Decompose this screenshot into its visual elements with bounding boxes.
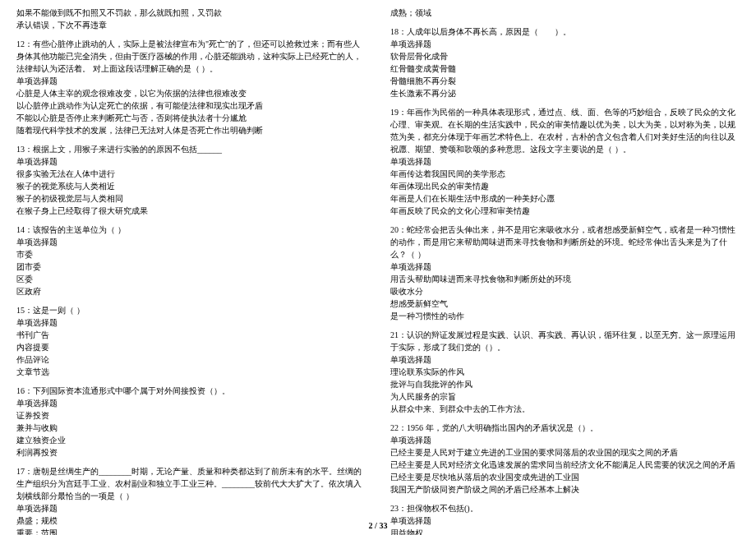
option-text: 为人民服务的宗旨: [390, 390, 740, 403]
option-text: 作品评论: [16, 353, 366, 366]
option-text: 年画传达着我国民间的美学形态: [390, 168, 740, 180]
question-12: 12：有些心脏停止跳动的人，实际上是被法律宣布为"死亡"的了，但还可以抢救过来；…: [16, 38, 366, 136]
option-text: 以心脏停止跳动作为认定死亡的依据，有可能使法律和现实出现矛盾: [16, 99, 366, 112]
left-column: 如果不能做到既不扣照又不罚款，那么就既扣照，又罚款 承认错误，下次不再违章 12…: [16, 7, 366, 524]
option-text: 心脏是人体主宰的观念很难改变，以它为依据的法律也很难改变: [16, 87, 366, 99]
option-text: 年画反映了民众的文化心理和审美情趣: [390, 205, 740, 217]
option-text: 想感受新鲜空气: [390, 297, 740, 310]
question-stem: 21：认识的辩证发展过程是实践、认识、再实践、再认识，循环往复，以至无穷。这一原…: [390, 329, 740, 353]
question-stem: 15：这是一则（ ）: [16, 304, 366, 316]
option-text: 如果不能做到既不扣照又不罚款，那么就既扣照，又罚款: [16, 7, 366, 19]
option-text: 区政府: [16, 285, 366, 297]
option-text: 团市委: [16, 261, 366, 273]
question-stem: 13：根据上文，用猴子来进行实验的的原因不包括______: [16, 143, 366, 155]
question-stem: 14：该报告的主送单位为（ ）: [16, 224, 366, 236]
option-text: 年画是人们在长期生活中形成的一种美好心愿: [390, 192, 740, 205]
option-text: 猴子的视觉系统与人类相近: [16, 180, 366, 192]
option-text: 已经主要是尽快地从落后的农业国变成先进的工业国: [390, 471, 740, 483]
option-text: 文章节选: [16, 366, 366, 378]
question-type: 单项选择题: [390, 155, 740, 168]
option-text: 吸收水分: [390, 285, 740, 297]
option-text: 兼并与收购: [16, 422, 366, 434]
option-text: 批评与自我批评的作风: [390, 378, 740, 390]
question-type: 单项选择题: [390, 353, 740, 366]
question-21: 21：认识的辩证发展过程是实践、认识、再实践、再认识，循环往复，以至无穷。这一原…: [390, 329, 740, 415]
question-14: 14：该报告的主送单位为（ ） 单项选择题 市委 团市委 区委 区政府: [16, 224, 366, 297]
question-stem: 22：1956 年，党的八大明确指出国内的矛盾状况是（）。: [390, 422, 740, 434]
option-text: 证券投资: [16, 409, 366, 422]
question-19: 19：年画作为民俗的一种具体表现形式，通过点、线、面、色等的巧妙组合，反映了民众…: [390, 106, 740, 217]
question-type: 单项选择题: [390, 261, 740, 273]
option-text: 已经主要是人民对经济文化迅速发展的需求同当前经济文化不能满足人民需要的状况之间的…: [390, 459, 740, 471]
question-stem: 18：人成年以后身体不再长高，原因是（ ）。: [390, 25, 740, 38]
option-text: 书刊广告: [16, 329, 366, 341]
question-13: 13：根据上文，用猴子来进行实验的的原因不包括______ 单项选择题 很多实验…: [16, 143, 366, 217]
question-22: 22：1956 年，党的八大明确指出国内的矛盾状况是（）。 单项选择题 已经主要…: [390, 422, 740, 496]
option-text: 承认错误，下次不再违章: [16, 19, 366, 31]
option-text: 成熟；领域: [390, 7, 740, 19]
question-stem: 16：下列国际资本流通形式中哪个属于对外间接投资（）。: [16, 385, 366, 397]
option-text: 很多实验无法在人体中进行: [16, 168, 366, 180]
option-text: 年画体现出民众的审美情趣: [390, 180, 740, 192]
option-text: 市委: [16, 248, 366, 261]
option-text: 不能以心脏是否停止来判断死亡与否，否则将使执法者十分尴尬: [16, 112, 366, 124]
option-text: 用舌头帮助闻味进而来寻找食物和判断所处的环境: [390, 273, 740, 285]
question-stem: 12：有些心脏停止跳动的人，实际上是被法律宣布为"死亡"的了，但还可以抢救过来；…: [16, 38, 366, 75]
option-text: 在猴子身上已经取得了很大研究成果: [16, 205, 366, 217]
question-stem: 17：唐朝是丝绸生产的________时期，无论产量、质量和种类都达到了前所未有…: [16, 465, 366, 502]
right-column: 成熟；领域 18：人成年以后身体不再长高，原因是（ ）。 单项选择题 软骨层骨化…: [390, 7, 740, 524]
question-15: 15：这是一则（ ） 单项选择题 书刊广告 内容提要 作品评论 文章节选: [16, 304, 366, 378]
page-number: 2 / 33: [0, 519, 756, 532]
question-type: 单项选择题: [390, 38, 740, 50]
question-16: 16：下列国际资本流通形式中哪个属于对外间接投资（）。 单项选择题 证券投资 兼…: [16, 385, 366, 459]
option-text: 从群众中来、到群众中去的工作方法。: [390, 403, 740, 415]
question-type: 单项选择题: [16, 236, 366, 248]
question-stem: 23：担保物权不包括()。: [390, 502, 740, 514]
option-text: 是一种习惯性的动作: [390, 310, 740, 322]
q11-tail: 如果不能做到既不扣照又不罚款，那么就既扣照，又罚款 承认错误，下次不再违章: [16, 7, 366, 31]
option-text: 已经主要是人民对于建立先进的工业国的要求同落后的农业国的现实之间的矛盾: [390, 446, 740, 459]
question-type: 单项选择题: [16, 155, 366, 168]
question-type: 单项选择题: [16, 502, 366, 514]
option-text: 建立独资企业: [16, 434, 366, 446]
question-type: 单项选择题: [16, 397, 366, 409]
question-type: 单项选择题: [390, 434, 740, 446]
option-text: 骨髓细胞不再分裂: [390, 75, 740, 87]
question-type: 单项选择题: [16, 316, 366, 329]
option-text: 区委: [16, 273, 366, 285]
option-text: 猴子的初级视觉层与人类相同: [16, 192, 366, 205]
question-stem: 19：年画作为民俗的一种具体表现形式，通过点、线、面、色等的巧妙组合，反映了民众…: [390, 106, 740, 155]
option-text: 理论联系实际的作风: [390, 366, 740, 378]
question-18: 18：人成年以后身体不再长高，原因是（ ）。 单项选择题 软骨层骨化成骨 红骨髓…: [390, 25, 740, 99]
option-text: 我国无产阶级同资产阶级之间的矛盾已经基本上解决: [390, 483, 740, 496]
question-20: 20：蛇经常会把舌头伸出来，并不是用它来吸收水分，或者想感受新鲜空气，或者是一种…: [390, 224, 740, 322]
q17-tail: 成熟；领域: [390, 7, 740, 19]
option-text: 软骨层骨化成骨: [390, 50, 740, 62]
option-text: 红骨髓变成黄骨髓: [390, 62, 740, 75]
option-text: 生长激素不再分泌: [390, 87, 740, 99]
question-type: 单项选择题: [16, 75, 366, 87]
option-text: 随着现代科学技术的发展，法律已无法对人体是否死亡作出明确判断: [16, 124, 366, 136]
question-stem: 20：蛇经常会把舌头伸出来，并不是用它来吸收水分，或者想感受新鲜空气，或者是一种…: [390, 224, 740, 261]
option-text: 内容提要: [16, 341, 366, 353]
option-text: 利润再投资: [16, 446, 366, 459]
